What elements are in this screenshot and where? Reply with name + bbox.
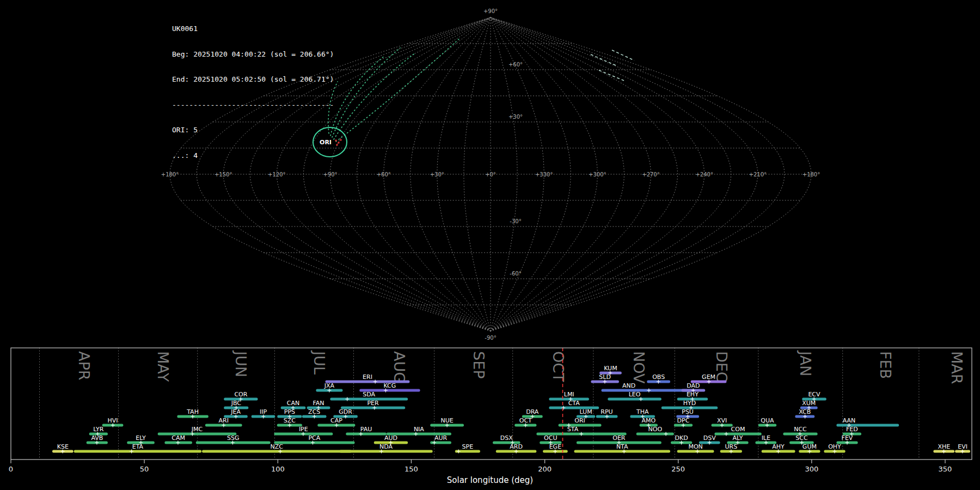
month-label-nov: NOV [630,351,647,384]
shower-tah: TAH [177,408,208,419]
shower-gum: GUM [799,443,820,454]
shower-ari: ARI [205,417,242,427]
peak-marker [664,432,668,436]
lat-label: +60° [509,62,523,68]
peak-marker [359,432,363,436]
month-label-mar: MAR [948,351,965,384]
lon-label: +210° [749,171,767,177]
count-ori: ORI: 5 [172,126,334,134]
radiant-point [336,144,338,145]
month-label-oct: OCT [550,351,567,382]
shower-code-label: XCB [799,408,811,415]
shower-code-label: DKD [675,434,688,442]
shower-code-label: OBS [652,373,665,381]
month-label-apr: APR [76,351,93,381]
lon-label: +0° [485,171,496,177]
shower-code-label: SZC [284,417,296,424]
lon-label: +30° [430,171,444,177]
obs-begin: Beg: 20251020 04:00:22 (sol = 206.66°) [172,50,334,59]
shower-code-label: NTA [616,443,628,450]
radiant-point [338,142,339,143]
shower-code-label: COR [234,391,247,398]
peak-marker [561,406,565,410]
shower-jxa: JXA [316,382,342,393]
shower-activity-bar [608,398,661,401]
peak-marker [707,380,711,384]
shower-rpu: RPU [596,408,618,419]
shower-code-label: KSE [57,443,69,450]
shower-oct: OCT [514,417,536,427]
month-label-dec: DEC [713,351,730,382]
shower-zcs: ZCS [302,408,327,419]
shower-code-label: CAN [287,400,299,407]
peak-marker [679,441,683,445]
peak-marker [384,389,388,393]
shower-code-label: JMC [191,426,203,433]
shower-code-label: XUM [802,400,816,407]
shower-code-label: XHE [938,443,950,450]
shower-code-label: KUM [604,365,617,372]
shower-noo: NOO [636,426,674,436]
shower-nzc: NZC [202,443,352,454]
shower-code-label: LMI [564,391,574,398]
peak-marker [647,389,651,393]
shower-code-label: ZCS [308,408,320,415]
shower-code-label: NZC [271,443,284,450]
station-id: UK0061 [172,24,334,33]
peak-marker [708,441,712,445]
shower-code-label: PSU [682,408,694,415]
observation-info: UK0061 Beg: 20251020 04:00:22 (sol = 206… [172,8,334,176]
shower-code-label: CTA [568,400,580,407]
shower-code-label: GEM [702,373,715,381]
peak-marker [327,389,331,393]
peak-marker [833,450,837,454]
shower-code-label: ECV [808,391,820,398]
peak-marker [111,424,115,427]
lon-label: +330° [535,171,553,177]
shower-activity-bar [74,450,201,453]
shower-nta: NTA [574,443,671,454]
lon-label: +180° [803,171,820,177]
shower-code-label: PPS [284,408,295,415]
info-separator: -------------------------------------- [172,101,334,109]
shower-code-label: RPU [601,408,612,415]
x-tick-label: 200 [538,465,552,473]
shower-kse: KSE [52,443,74,454]
shower-code-label: SSG [227,434,240,442]
shower-code-label: AUR [434,434,448,442]
peak-marker [807,450,811,454]
shower-code-label: OHY [828,443,841,450]
peak-marker [639,397,643,401]
shower-code-label: NIA [414,426,424,433]
peak-marker [846,441,849,445]
shower-ori: ORI [559,417,602,427]
shower-eta: ETA [74,443,201,454]
peak-marker [579,432,583,436]
shower-code-label: NOO [648,426,663,433]
shower-code-label: ETA [132,443,144,450]
shower-code-label: COM [731,426,745,433]
shower-code-label: ORI [574,417,585,424]
shower-code-label: DSV [703,434,716,442]
shower-code-label: OCT [519,417,532,424]
peak-marker [720,424,724,427]
peak-marker [261,415,265,419]
month-label-jan: JAN [797,350,814,376]
shower-activity-bar [636,433,674,436]
x-tick-label: 350 [939,465,952,473]
peak-marker [432,441,436,445]
shower-code-label: FAN [313,400,324,407]
shower-ahy: AHY [762,443,795,454]
shower-code-label: QUA [761,417,774,424]
shower-qua: QUA [758,417,776,427]
shower-code-label: EHY [687,391,699,398]
shower-avb: AVB [87,434,108,445]
peak-marker [379,450,383,454]
shower-code-label: FEV [842,434,853,442]
shower-code-label: PCA [308,434,320,442]
peak-marker [765,424,769,427]
x-tick-label: 300 [805,465,818,473]
shower-spe: SPE [455,443,480,454]
shower-code-label: GDR [339,408,352,415]
shower-code-label: OCU [544,434,557,442]
